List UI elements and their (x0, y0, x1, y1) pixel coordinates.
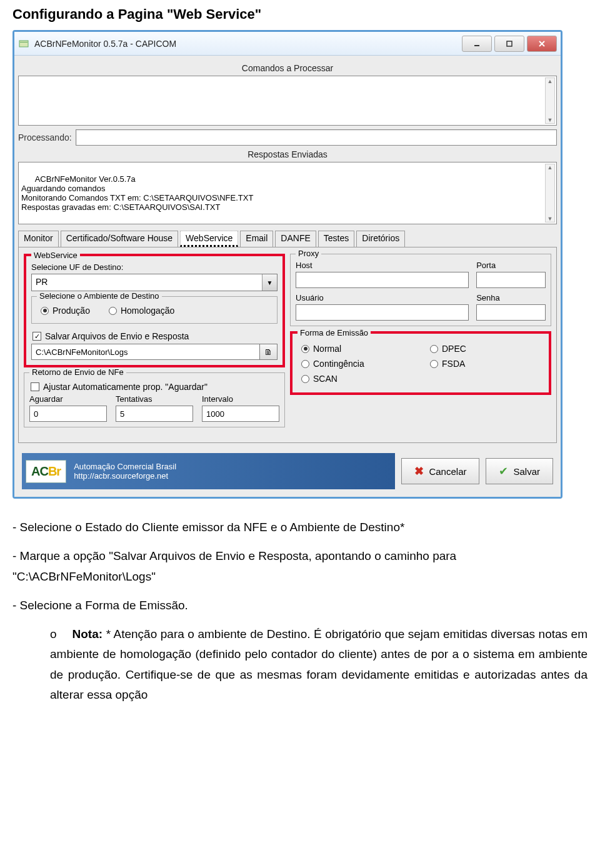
close-button[interactable] (527, 36, 557, 52)
radio-fsda[interactable]: FSDA (430, 359, 540, 369)
radio-contingencia-label: Contingência (313, 359, 364, 369)
salvar-checkbox-label: Salvar Arquivos de Envio e Resposta (45, 331, 189, 341)
respostas-label: Respostas Enviadas (18, 146, 557, 162)
emissao-legend: Forma de Emissão (298, 328, 371, 337)
tab-webservice[interactable]: WebService (180, 231, 238, 247)
document-text: - Selecione o Estado do Cliente emissor … (12, 517, 588, 705)
logo-ac: AC (31, 464, 48, 478)
logo-banner: ACBr Automação Comercial Brasil http://a… (22, 453, 395, 489)
tabs: Monitor Certificado/Software House WebSe… (18, 231, 557, 247)
window-controls (462, 36, 557, 52)
cancel-icon: ✖ (414, 464, 424, 478)
radio-normal-label: Normal (313, 344, 341, 354)
proxy-legend: Proxy (296, 249, 321, 258)
window-body: Comandos a Processar ▲▼ Processando: Res… (14, 56, 561, 497)
usuario-label: Usuário (296, 293, 469, 302)
save-button[interactable]: ✔ Salvar (486, 458, 553, 484)
salvar-checkbox[interactable]: ✓ Salvar Arquivos de Envio e Resposta (31, 329, 278, 344)
checkbox-icon (31, 382, 39, 391)
radio-homologacao[interactable]: Homologação (109, 306, 174, 316)
chevron-down-icon[interactable]: ▼ (262, 274, 277, 291)
radio-normal[interactable]: Normal (301, 344, 411, 354)
radio-icon (301, 360, 309, 368)
webservice-legend: WebService (31, 251, 80, 260)
uf-label: Selecione UF de Destino: (31, 262, 278, 272)
uf-value: PR (32, 274, 262, 291)
usuario-input[interactable] (296, 304, 469, 321)
radio-producao-label: Produção (52, 306, 90, 316)
file-icon: 🗎 (264, 347, 272, 357)
senha-input[interactable] (476, 304, 546, 321)
scrollbar-icon[interactable]: ▲▼ (545, 77, 555, 124)
radio-icon (301, 345, 309, 353)
radio-homologacao-label: Homologação (121, 306, 174, 316)
processando-input[interactable] (76, 129, 557, 146)
tentativas-label: Tentativas (116, 394, 193, 404)
tab-danfe[interactable]: DANFE (275, 231, 316, 247)
processando-label: Processando: (18, 132, 72, 142)
tentativas-input[interactable] (116, 406, 193, 422)
footer-banner: ACBr Automação Comercial Brasil http://a… (18, 449, 557, 493)
scrollbar-icon[interactable]: ▲▼ (545, 164, 555, 222)
logo-tagline: Automação Comercial Brasil (74, 462, 176, 471)
tab-testes[interactable]: Testes (318, 231, 354, 247)
cancel-button[interactable]: ✖ Cancelar (401, 458, 479, 484)
tab-diretorios[interactable]: Diretórios (356, 231, 405, 247)
tab-monitor[interactable]: Monitor (18, 231, 59, 247)
radio-icon (109, 307, 117, 315)
maximize-button[interactable] (494, 36, 524, 52)
tab-email[interactable]: Email (240, 231, 273, 247)
radio-dpec-label: DPEC (442, 344, 466, 354)
proxy-fieldset: Proxy Host Porta Usuário (290, 254, 551, 326)
note-marker: o (50, 624, 69, 644)
doc-note: o Nota: * Atenção para o ambiente de Des… (50, 624, 588, 705)
doc-bullet-2: - Marque a opção "Salvar Arquivos de Env… (12, 546, 588, 587)
logs-path-input[interactable] (31, 344, 260, 360)
app-window: ACBrNFeMonitor 0.5.7a - CAPICOM Comandos… (12, 30, 562, 499)
uf-dropdown[interactable]: PR ▼ (31, 274, 278, 291)
doc-bullet-3: - Selecione a Forma de Emissão. (12, 596, 588, 616)
host-input[interactable] (296, 272, 469, 288)
comandos-label: Comandos a Processar (18, 59, 557, 76)
radio-producao[interactable]: Produção (41, 306, 90, 316)
note-label: Nota: (72, 627, 103, 641)
porta-label: Porta (476, 261, 546, 270)
radio-scan-label: SCAN (313, 374, 338, 384)
logo-br: Br (48, 464, 61, 478)
doc-bullet-1: - Selecione o Estado do Cliente emissor … (12, 517, 588, 537)
aguardar-label: Aguardar (29, 394, 107, 404)
respostas-textarea[interactable]: ACBrNFeMonitor Ver.0.5.7a Aguardando com… (18, 162, 557, 224)
retorno-fieldset: Retorno de Envio de NFe Ajustar Automati… (24, 372, 285, 427)
tab-certificado[interactable]: Certificado/Software House (61, 231, 178, 247)
radio-dpec[interactable]: DPEC (430, 344, 540, 354)
radio-scan[interactable]: SCAN (301, 374, 411, 384)
ambiente-legend: Selecione o Ambiente de Destino (37, 291, 162, 301)
titlebar: ACBrNFeMonitor 0.5.7a - CAPICOM (14, 32, 561, 56)
checkbox-icon: ✓ (32, 332, 41, 341)
radio-fsda-label: FSDA (442, 359, 465, 369)
ambiente-fieldset: Selecione o Ambiente de Destino Produção… (31, 296, 278, 324)
ajustar-checkbox[interactable]: Ajustar Automaticamente prop. "Aguardar" (29, 379, 279, 394)
radio-contingencia[interactable]: Contingência (301, 359, 411, 369)
intervalo-input[interactable] (202, 406, 279, 422)
browse-button[interactable]: 🗎 (260, 344, 278, 360)
minimize-button[interactable] (462, 36, 492, 52)
svg-rect-0 (19, 41, 28, 47)
respostas-content: ACBrNFeMonitor Ver.0.5.7a Aguardando com… (21, 174, 253, 212)
logo-url: http://acbr.sourceforge.net (74, 471, 176, 481)
check-icon: ✔ (499, 464, 508, 478)
page-title: Configurando a Pagina "Web Service" (12, 6, 588, 22)
save-label: Salvar (513, 466, 540, 477)
intervalo-label: Intervalo (202, 394, 279, 404)
tab-panel-webservice: WebService Selecione UF de Destino: PR ▼… (18, 247, 557, 443)
comandos-textarea[interactable]: ▲▼ (18, 76, 557, 126)
svg-rect-3 (507, 41, 512, 46)
aguardar-input[interactable] (29, 406, 107, 422)
svg-rect-1 (20, 42, 28, 42)
porta-input[interactable] (476, 272, 546, 288)
senha-label: Senha (476, 293, 546, 302)
window-title: ACBrNFeMonitor 0.5.7a - CAPICOM (34, 39, 462, 49)
webservice-fieldset: WebService Selecione UF de Destino: PR ▼… (24, 254, 285, 367)
cancel-label: Cancelar (429, 466, 466, 477)
radio-icon (301, 375, 309, 383)
